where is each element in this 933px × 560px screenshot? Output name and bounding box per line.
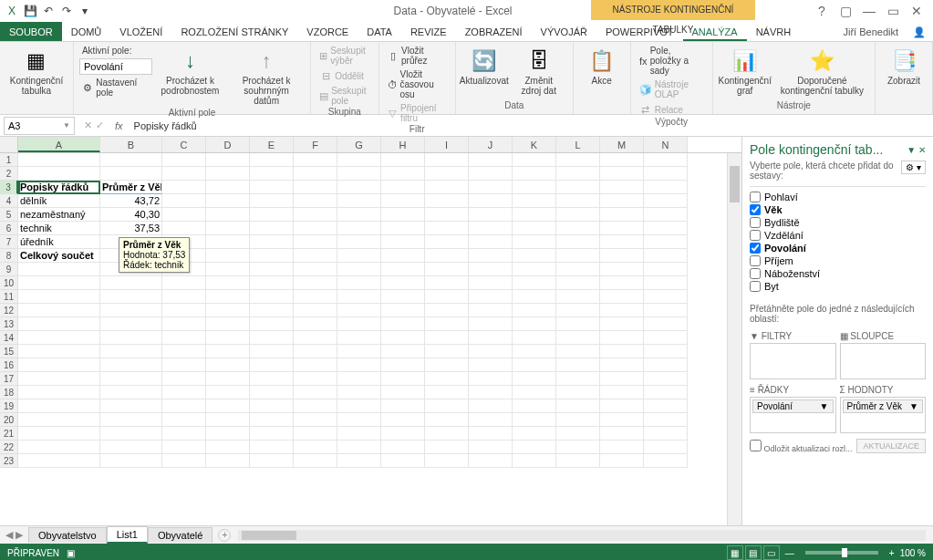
ungroup-button[interactable]: ⊟Oddělit bbox=[316, 68, 372, 83]
cell[interactable] bbox=[337, 249, 381, 263]
cell[interactable] bbox=[294, 345, 337, 358]
rows-field-item[interactable]: Povolání▼ bbox=[752, 399, 834, 413]
add-sheet-button[interactable]: + bbox=[218, 529, 231, 542]
cell[interactable] bbox=[18, 413, 100, 427]
columns-drop-area[interactable] bbox=[840, 343, 927, 379]
cell[interactable] bbox=[425, 304, 469, 317]
cell[interactable]: 37,53 bbox=[100, 222, 162, 235]
cell[interactable] bbox=[469, 153, 513, 167]
zoom-in-button[interactable]: + bbox=[889, 548, 895, 558]
cell[interactable] bbox=[425, 249, 469, 263]
horizontal-scrollbar[interactable] bbox=[238, 530, 926, 541]
olap-tools-button[interactable]: 🧊Nástroje OLAP bbox=[637, 78, 707, 100]
cell[interactable] bbox=[469, 317, 513, 331]
cell[interactable] bbox=[337, 358, 381, 372]
cell[interactable] bbox=[556, 222, 600, 235]
cell[interactable] bbox=[18, 331, 100, 345]
field-checkbox[interactable] bbox=[750, 243, 761, 254]
cell[interactable] bbox=[337, 276, 381, 290]
fields-items-button[interactable]: fxPole, položky a sady bbox=[637, 45, 707, 77]
cell[interactable] bbox=[294, 276, 337, 290]
tab-vlozeni[interactable]: VLOŽENÍ bbox=[110, 22, 171, 41]
cell[interactable] bbox=[469, 290, 513, 304]
cell[interactable] bbox=[162, 386, 206, 399]
cell[interactable] bbox=[294, 304, 337, 317]
cell[interactable] bbox=[469, 386, 513, 399]
row-header[interactable]: 3 bbox=[0, 181, 18, 194]
col-header[interactable]: N bbox=[644, 137, 688, 152]
cell[interactable] bbox=[337, 399, 381, 413]
formula-bar[interactable]: Popisky řádků bbox=[129, 120, 933, 131]
cell[interactable] bbox=[600, 222, 644, 235]
col-header[interactable]: C bbox=[162, 137, 206, 152]
pivottable-button[interactable]: ▦ Kontingenční tabulka bbox=[5, 45, 67, 98]
cell[interactable] bbox=[250, 167, 294, 181]
qat-more-icon[interactable]: ▾ bbox=[77, 3, 93, 19]
cell[interactable] bbox=[206, 372, 250, 386]
cell[interactable] bbox=[600, 304, 644, 317]
cell[interactable] bbox=[556, 372, 600, 386]
cell[interactable] bbox=[337, 208, 381, 222]
cell[interactable] bbox=[294, 222, 337, 235]
cell[interactable] bbox=[556, 194, 600, 208]
cell[interactable] bbox=[162, 194, 206, 208]
cell[interactable] bbox=[425, 441, 469, 454]
cell[interactable] bbox=[644, 441, 688, 454]
change-source-button[interactable]: 🗄Změnit zdroj dat bbox=[511, 45, 567, 98]
cell[interactable] bbox=[469, 263, 513, 276]
cell[interactable] bbox=[381, 304, 425, 317]
cell[interactable] bbox=[556, 331, 600, 345]
cell[interactable] bbox=[600, 358, 644, 372]
cell[interactable] bbox=[644, 399, 688, 413]
tab-revize[interactable]: REVIZE bbox=[401, 22, 456, 41]
tab-data[interactable]: DATA bbox=[358, 22, 401, 41]
cell[interactable] bbox=[206, 208, 250, 222]
cell[interactable] bbox=[162, 358, 206, 372]
cell[interactable] bbox=[18, 276, 100, 290]
cell[interactable] bbox=[600, 454, 644, 468]
col-header[interactable]: J bbox=[469, 137, 513, 152]
drillup-button[interactable]: ↑Procházet k souhrnným datům bbox=[228, 45, 305, 108]
cell[interactable] bbox=[294, 413, 337, 427]
cell[interactable] bbox=[337, 181, 381, 194]
cell[interactable] bbox=[469, 345, 513, 358]
row-header[interactable]: 22 bbox=[0, 441, 18, 454]
field-checkbox-item[interactable]: Náboženství bbox=[750, 267, 926, 280]
cell[interactable] bbox=[425, 153, 469, 167]
cell[interactable] bbox=[425, 331, 469, 345]
cell[interactable] bbox=[513, 441, 556, 454]
vertical-scrollbar[interactable] bbox=[727, 153, 741, 525]
cell[interactable] bbox=[644, 372, 688, 386]
cell[interactable] bbox=[100, 413, 162, 427]
relations-button[interactable]: ⇄Relace bbox=[637, 102, 707, 117]
col-header[interactable]: M bbox=[600, 137, 644, 152]
cell[interactable] bbox=[337, 235, 381, 249]
cell[interactable] bbox=[556, 345, 600, 358]
cell[interactable] bbox=[600, 181, 644, 194]
sheet-tab-active[interactable]: List1 bbox=[107, 526, 148, 544]
cell[interactable] bbox=[381, 454, 425, 468]
select-all-corner[interactable] bbox=[0, 137, 18, 152]
cell[interactable] bbox=[250, 208, 294, 222]
cell[interactable] bbox=[162, 399, 206, 413]
undo-icon[interactable]: ↶ bbox=[40, 3, 57, 19]
cell[interactable] bbox=[250, 249, 294, 263]
cell[interactable] bbox=[294, 358, 337, 372]
cell[interactable] bbox=[644, 235, 688, 249]
cell[interactable] bbox=[381, 181, 425, 194]
cell[interactable] bbox=[206, 427, 250, 441]
cell[interactable] bbox=[644, 304, 688, 317]
cell[interactable] bbox=[100, 290, 162, 304]
group-selection-button[interactable]: ⊞Seskupit výběr bbox=[316, 45, 372, 67]
cell[interactable] bbox=[206, 181, 250, 194]
cell[interactable] bbox=[250, 441, 294, 454]
cell[interactable] bbox=[513, 372, 556, 386]
cell[interactable] bbox=[162, 181, 206, 194]
cell[interactable]: 43,72 bbox=[100, 194, 162, 208]
cell[interactable] bbox=[600, 249, 644, 263]
cell[interactable] bbox=[425, 399, 469, 413]
filters-drop-area[interactable] bbox=[750, 343, 836, 379]
defer-update-checkbox[interactable]: Odložit aktualizaci rozl... bbox=[750, 440, 853, 453]
cell[interactable] bbox=[337, 263, 381, 276]
cell[interactable] bbox=[294, 317, 337, 331]
